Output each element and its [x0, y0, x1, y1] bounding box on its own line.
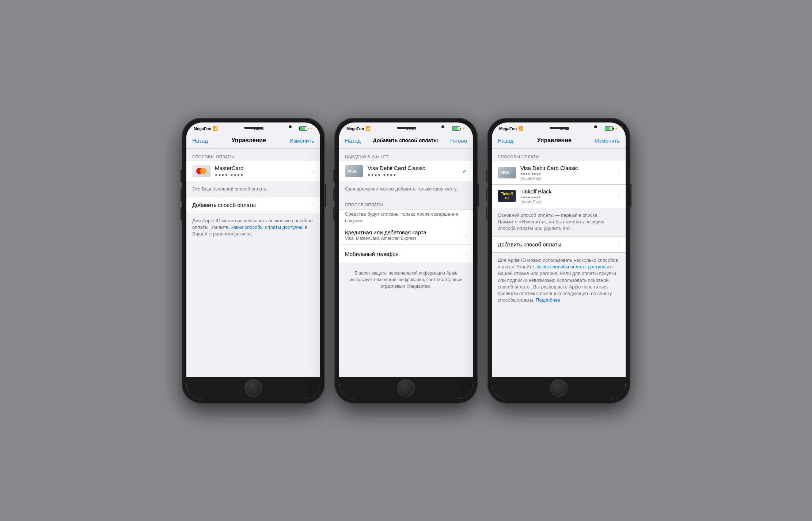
primary-note-3: Основной способ оплаты — первый в списке…: [492, 208, 626, 237]
bolt-icon-1: ⚡: [309, 127, 313, 131]
wifi-icon-1: 📶: [213, 126, 218, 131]
tinkoff-masked-3: ●●●● ●●●●: [520, 195, 615, 199]
tinkoff-row-3[interactable]: Tinkoffru Tinkoff Black ●●●● ●●●● (Apple…: [492, 185, 626, 208]
battery-fill-1: [300, 127, 305, 130]
chevron-2a: ›: [465, 232, 467, 238]
checkmark-2: ✓: [462, 168, 467, 175]
visa-debit-masked-3: ●●●● ●●●●: [520, 171, 615, 176]
credit-card-content: Кредитная или дебетовая карта Visa, Mast…: [345, 229, 462, 241]
iphone-2: MegaFon 📶 19:57 ⚡ Назад Добавить способ …: [335, 118, 477, 403]
visa-debit-name: Visa Debit Card Classic: [368, 165, 459, 171]
battery-icon-1: [299, 127, 307, 131]
visa-debit-content-3: Visa Debit Card Classic ●●●● ●●●● (Apple…: [520, 165, 615, 181]
phone-group: MegaFon 📶 19:56 ⚡ Назад Управление Измен…: [182, 118, 630, 403]
chevron-2b: ›: [465, 251, 467, 257]
section-header-2b: СПОСОБ ОПЛАТЫ: [339, 197, 473, 209]
home-area-3: [492, 377, 626, 399]
nav-bar-1: Назад Управление Изменить: [186, 133, 320, 149]
info-link-1[interactable]: какие способы оплаты доступны: [231, 224, 303, 230]
back-button-2[interactable]: Назад: [345, 137, 361, 144]
back-button-1[interactable]: Назад: [192, 137, 208, 144]
status-left-2: MegaFon 📶: [346, 126, 371, 131]
content-1: СПОСОБЫ ОПЛАТЫ MasterCard ●●●● ●●●●: [186, 149, 320, 377]
section-header-2a: НАЙДЕНО В WALLET: [339, 149, 473, 161]
action-button-1[interactable]: Изменить: [289, 137, 314, 144]
card-list-1: MasterCard ●●●● ●●●● ›: [186, 161, 320, 181]
action-button-3[interactable]: Изменить: [595, 137, 620, 144]
info-link-3[interactable]: какие способы оплаты доступны: [537, 264, 609, 269]
card-list-3: VISA Visa Debit Card Classic ●●●● ●●●● (…: [492, 161, 626, 208]
bolt-icon-3: ⚡: [614, 127, 618, 131]
tinkoff-logo-3: Tinkoffru: [501, 192, 513, 200]
mastercard-masked: ●●●● ●●●●: [215, 172, 244, 177]
camera-1: [289, 125, 292, 128]
tinkoff-thumb-3: Tinkoffru: [498, 190, 516, 202]
visa-logo-svg-3: VISA: [500, 169, 514, 176]
content-2: НАЙДЕНО В WALLET VISA Visa Debit Card Cl…: [339, 149, 473, 377]
chevron-add-1: ›: [312, 202, 314, 208]
wallet-note-2: Одновременно можно добавить только одну …: [339, 181, 473, 197]
visa-debit-thumb-3: VISA: [498, 167, 516, 178]
credit-card-subtitle: Visa, MasterCard, American Express: [345, 236, 462, 241]
add-payment-button-3[interactable]: Добавить способ оплаты ›: [492, 236, 626, 253]
status-left-3: MegaFon 📶: [499, 126, 523, 131]
wifi-icon-2: 📶: [365, 126, 371, 131]
info-text-3: Для Apple ID можно использовать нескольк…: [492, 253, 626, 308]
mobile-phone-option[interactable]: Мобильный телефон ›: [339, 245, 473, 263]
speaker-3: [550, 127, 568, 129]
content-3: СПОСОБЫ ОПЛАТЫ VISA Visa Debit Card Clas…: [492, 149, 626, 377]
credit-card-title: Кредитная или дебетовая карта: [345, 229, 462, 235]
info-text-1: Для Apple ID можно использовать нескольк…: [186, 213, 320, 242]
section-header-3a: СПОСОБЫ ОПЛАТЫ: [492, 149, 626, 161]
footer-note-2: В целях защиты персональной информации A…: [339, 263, 473, 297]
visa-logo-svg: VISA: [347, 167, 361, 175]
iphone-1: MegaFon 📶 19:56 ⚡ Назад Управление Измен…: [182, 118, 325, 403]
visa-debit-thumb: VISA: [345, 165, 363, 177]
battery-fill-3: [605, 127, 610, 130]
nav-title-3: Управление: [537, 137, 572, 144]
chevron-3b: ›: [618, 193, 620, 199]
battery-icon-2: [452, 127, 460, 131]
screen-3: MegaFon 📶 19:58 ⚡ Назад Управление Измен…: [492, 122, 626, 399]
carrier-3: MegaFon: [499, 127, 517, 131]
mc-circle-orange: [200, 168, 206, 174]
home-button-1[interactable]: [244, 379, 262, 397]
home-button-2[interactable]: [397, 379, 415, 397]
svg-text:VISA: VISA: [348, 169, 357, 173]
mastercard-row[interactable]: MasterCard ●●●● ●●●● ›: [186, 161, 320, 181]
visa-debit-masked: ●●●● ●●●●: [368, 172, 396, 177]
done-button-2[interactable]: Готово: [450, 137, 467, 144]
mastercard-icon: [196, 168, 206, 174]
svg-text:VISA: VISA: [500, 170, 510, 175]
carrier-1: MegaFon: [194, 127, 211, 131]
speaker-1: [244, 127, 262, 129]
visa-debit-row-3[interactable]: VISA Visa Debit Card Classic ●●●● ●●●● (…: [492, 161, 626, 185]
camera-2: [441, 125, 444, 128]
add-payment-button-1[interactable]: Добавить способ оплаты ›: [186, 197, 320, 213]
credit-card-option[interactable]: Кредитная или дебетовая карта Visa, Mast…: [339, 226, 473, 245]
speaker-2: [397, 127, 415, 129]
back-button-3[interactable]: Назад: [498, 137, 513, 144]
status-right-1: ⚡: [299, 127, 313, 131]
carrier-2: MegaFon: [346, 127, 364, 131]
nav-bar-2: Назад Добавить способ оплаты Готово: [339, 133, 473, 149]
info-link2-3[interactable]: Подробнее: [536, 297, 560, 303]
section2-note: Средства будут списаны только после сове…: [339, 209, 473, 226]
wifi-icon-3: 📶: [518, 126, 523, 131]
status-right-2: ⚡: [452, 127, 466, 131]
screen-2: MegaFon 📶 19:57 ⚡ Назад Добавить способ …: [339, 122, 473, 399]
status-left-1: MegaFon 📶: [194, 126, 218, 131]
camera-3: [594, 125, 597, 128]
mastercard-content: MasterCard ●●●● ●●●●: [215, 165, 310, 178]
visa-debit-content: Visa Debit Card Classic ●●●● ●●●●: [368, 165, 459, 178]
visa-debit-name-3: Visa Debit Card Classic: [520, 165, 615, 171]
mobile-phone-content: Мобильный телефон: [345, 251, 462, 257]
screen-1: MegaFon 📶 19:56 ⚡ Назад Управление Измен…: [186, 122, 320, 399]
battery-fill-2: [452, 127, 458, 130]
home-button-3[interactable]: [550, 379, 568, 397]
wallet-list-2: VISA Visa Debit Card Classic ●●●● ●●●● ✓: [339, 161, 473, 181]
visa-debit-row[interactable]: VISA Visa Debit Card Classic ●●●● ●●●● ✓: [339, 161, 473, 181]
tinkoff-badge-3: (Apple Pay): [520, 200, 615, 204]
mastercard-name: MasterCard: [215, 165, 310, 171]
home-area-1: [186, 377, 320, 399]
